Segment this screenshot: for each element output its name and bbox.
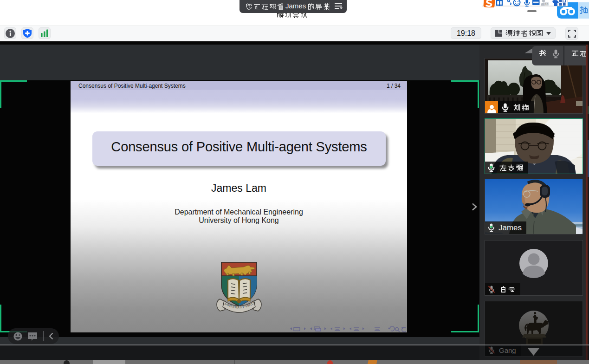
svg-text:13: 13 [545,2,548,6]
